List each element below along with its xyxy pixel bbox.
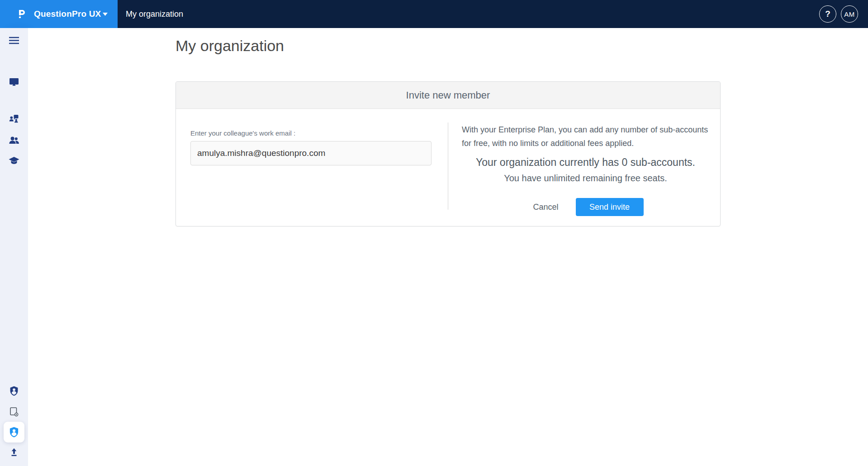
- community-person-chat-icon[interactable]: [5, 110, 23, 128]
- nav-title: My organization: [126, 9, 183, 19]
- brand-switcher[interactable]: QuestionPro UX: [0, 0, 118, 28]
- plan-info-column: With your Enterprise Plan, you can add a…: [448, 109, 720, 226]
- hamburger-menu-icon[interactable]: [5, 32, 23, 50]
- card-title: Invite new member: [176, 82, 720, 109]
- shield-user-icon[interactable]: [5, 382, 23, 400]
- sidebar: [0, 28, 28, 466]
- email-column: Enter your colleague's work email :: [176, 109, 448, 226]
- email-label: Enter your colleague's work email :: [190, 129, 448, 137]
- plan-info-text: With your Enterprise Plan, you can add a…: [462, 123, 709, 150]
- plan-info-line2: for free, with no limits or additional f…: [462, 137, 709, 150]
- card-actions: Cancel Send invite: [462, 198, 709, 216]
- email-field[interactable]: [190, 141, 432, 165]
- top-bar: QuestionPro UX My organization ? AM: [0, 0, 868, 28]
- topbar-right: ? AM: [819, 5, 868, 23]
- monitor-icon[interactable]: [5, 73, 23, 91]
- send-invite-button[interactable]: Send invite: [576, 198, 644, 216]
- help-button[interactable]: ?: [819, 5, 836, 23]
- academy-graduation-cap-icon[interactable]: [5, 152, 23, 170]
- team-people-icon[interactable]: [5, 131, 23, 149]
- plan-info-line1: With your Enterprise Plan, you can add a…: [462, 123, 709, 137]
- card-body: Enter your colleague's work email : With…: [176, 109, 720, 226]
- sub-accounts-count-text: Your organization currently has 0 sub-ac…: [462, 156, 709, 169]
- page-title: My organization: [175, 37, 284, 55]
- avatar[interactable]: AM: [841, 5, 858, 23]
- invite-member-card: Invite new member Enter your colleague's…: [175, 81, 721, 226]
- chevron-down-icon[interactable]: [103, 13, 108, 16]
- device-settings-icon[interactable]: [5, 403, 23, 421]
- brand-name: QuestionPro UX: [34, 9, 101, 19]
- questionpro-logo-icon: [17, 9, 27, 19]
- upload-icon[interactable]: [5, 443, 23, 461]
- main-content: My organization Invite new member Enter …: [28, 28, 868, 466]
- shield-user-icon[interactable]: [4, 422, 24, 442]
- free-seats-text: You have unlimited remaining free seats.: [462, 173, 709, 184]
- cancel-button[interactable]: Cancel: [527, 199, 564, 216]
